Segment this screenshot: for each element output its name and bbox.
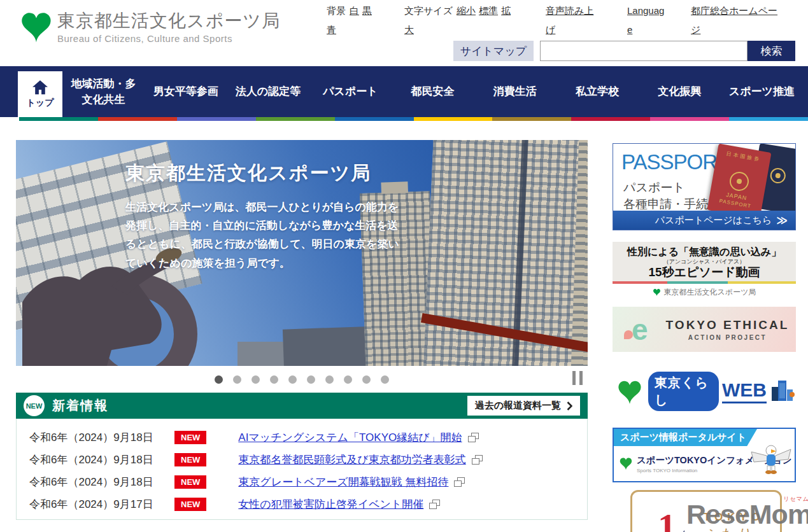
font-size-switcher: 文字サイズ縮小標準拡大 xyxy=(404,1,514,39)
global-nav: トップ 地域活動・多文化共生 男女平等参画 法人の認定等 パスポート 都民安全 … xyxy=(0,66,808,117)
passport-heading: PASSPORT xyxy=(621,150,729,174)
passport-banner[interactable]: PASSPORT パスポート 各種申請・手続き 日本国旅券 JAPAN PASS… xyxy=(613,143,796,230)
carousel-dot[interactable] xyxy=(362,375,371,384)
nav-color-stripe xyxy=(19,117,808,121)
nav-item-chiiki[interactable]: 地域活動・多文化共生 xyxy=(62,66,145,117)
external-link-icon xyxy=(454,477,465,487)
nav-home-label: トップ xyxy=(27,97,54,109)
news-title: 新着情報 xyxy=(52,397,108,414)
news-date: 令和6年（2024）9月18日 xyxy=(29,475,174,489)
nav-item-sports[interactable]: スポーツ推進 xyxy=(721,66,803,117)
nav-item-shohi[interactable]: 消費生活 xyxy=(474,66,556,117)
chrysanthemum-crest-icon xyxy=(728,171,751,193)
news-link[interactable]: 東京グレートベアーズ開幕戦観戦 無料招待 xyxy=(238,475,465,489)
external-link-icon xyxy=(472,455,483,465)
search-input[interactable] xyxy=(540,41,748,61)
hero-description: 生活文化スポーツ局は、都民一人ひとりが自らの能力を発揮し、自主的・自立的に活動し… xyxy=(125,198,406,272)
ethical-e-logo: e xyxy=(632,315,648,344)
nav-item-danjo[interactable]: 男女平等参画 xyxy=(145,66,227,117)
chevron-right-icon xyxy=(567,402,572,410)
bg-black-link[interactable]: 黒 xyxy=(362,5,372,16)
sports-portal-header: スポーツ情報ポータルサイト xyxy=(614,429,757,446)
page: 東京都生活文化スポーツ局 Bureau of Citizens, Culture… xyxy=(0,0,808,532)
search-button[interactable]: 検索 xyxy=(748,41,795,61)
bg-label: 背景 xyxy=(327,5,346,16)
tokyo-ethical-banner[interactable]: e TOKYO ETHICAL ACTION PROJECT xyxy=(613,307,796,352)
site-logo[interactable]: 東京都生活文化スポーツ局 Bureau of Citizens, Culture… xyxy=(19,5,280,45)
news-link[interactable]: AIマッチングシステム「TOKYO縁結び」開始 xyxy=(238,430,478,445)
hero-text: 東京都生活文化スポーツ局 生活文化スポーツ局は、都民一人ひとりが自らの能力を発揮… xyxy=(125,160,406,272)
carousel-dot[interactable] xyxy=(325,375,334,384)
news-date: 令和6年（2024）9月18日 xyxy=(29,452,174,467)
carousel-dot[interactable] xyxy=(307,375,315,384)
double-arrow-icon: ≫ xyxy=(776,214,788,227)
pause-button[interactable] xyxy=(572,371,585,385)
seagull-mascot-icon xyxy=(750,443,792,479)
unconscious-bias-banner[interactable]: 性別による「無意識の思い込み」 （アンコンシャス・バイアス） 15秒エピソード動… xyxy=(613,242,796,298)
nav-item-bunka[interactable]: 文化振興 xyxy=(639,66,721,117)
tokyo-ginkgo-icon xyxy=(653,288,661,297)
site-subtitle: Bureau of Citizens, Culture and Sports xyxy=(57,33,280,44)
chrysanthemum-crest-icon xyxy=(769,167,786,184)
news-row: 令和6年（2024）9月18日 NEW AIマッチングシステム「TOKYO縁結び… xyxy=(17,426,587,449)
news-archive-button[interactable]: 過去の報道資料一覧 xyxy=(467,396,580,416)
tokyo-ginkgo-icon xyxy=(19,8,53,45)
news-link[interactable]: 女性の犯罪被害防止啓発イベント開催 xyxy=(238,497,440,512)
carousel-dot[interactable] xyxy=(288,375,297,384)
tokyo-kurashi-web-banner[interactable]: 東京くらし WEB xyxy=(613,372,796,410)
sitemap-button[interactable]: サイトマップ xyxy=(453,41,534,61)
carousel-dot[interactable] xyxy=(252,375,260,384)
nav-item-shiritsu[interactable]: 私立学校 xyxy=(556,66,638,117)
header-toolbar: サイトマップ 検索 xyxy=(453,41,795,61)
carousel-dot[interactable] xyxy=(215,375,223,384)
site-header: 東京都生活文化スポーツ局 Bureau of Citizens, Culture… xyxy=(0,0,808,66)
news-row: 令和6年（2024）9月18日 NEW 東京都名誉都民顕彰式及び東京都功労者表彰… xyxy=(17,449,587,471)
news-list: 令和6年（2024）9月18日 NEW AIマッチングシステム「TOKYO縁結び… xyxy=(16,419,588,520)
nav-item-passport[interactable]: パスポート xyxy=(309,66,392,117)
tocho-home-link[interactable]: 都庁総合ホームページ xyxy=(691,5,777,35)
carousel-dot[interactable] xyxy=(270,375,278,384)
news-new-badge: NEW xyxy=(174,498,206,511)
speech-reader: 音声読み上げ xyxy=(546,1,597,39)
carousel-dot[interactable] xyxy=(381,375,389,384)
font-size-label: 文字サイズ xyxy=(404,5,453,16)
news-date: 令和6年（2024）9月18日 xyxy=(29,430,174,445)
kurashi-web-label: WEB xyxy=(722,379,767,403)
language-link[interactable]: Language xyxy=(627,5,664,35)
font-small-link[interactable]: 縮小 xyxy=(457,5,476,16)
external-link-icon xyxy=(429,500,440,509)
nav-items: 地域活動・多文化共生 男女平等参画 法人の認定等 パスポート 都民安全 消費生活… xyxy=(62,66,803,117)
tocho-home: 都庁総合ホームページ xyxy=(691,1,781,39)
nav-item-hojin[interactable]: 法人の認定等 xyxy=(227,66,309,117)
font-standard-link[interactable]: 標準 xyxy=(479,5,498,16)
carousel-dot[interactable] xyxy=(233,375,241,384)
hero-carousel[interactable]: 東京都生活文化スポーツ局 生活文化スポーツ局は、都民一人ひとりが自らの能力を発揮… xyxy=(16,140,588,366)
site-title: 東京都生活文化スポーツ局 xyxy=(57,10,280,32)
speech-reader-link[interactable]: 音声読み上げ xyxy=(546,5,593,35)
news-section: NEW 新着情報 過去の報道資料一覧 令和6年（2024）9月18日 NEW A… xyxy=(16,393,588,520)
carousel-dots xyxy=(16,366,588,393)
carousel-pager xyxy=(16,366,588,393)
building-low xyxy=(237,342,288,366)
tricolor-stripe xyxy=(613,281,796,284)
tokyo-ginkgo-icon xyxy=(619,456,633,471)
sports-portal-banner[interactable]: スポーツ情報ポータルサイト スポーツTOKYOインフォメーション Sports … xyxy=(613,428,796,482)
city-buildings-icon xyxy=(770,379,796,403)
tokyo-ginkgo-icon xyxy=(616,377,643,406)
news-link[interactable]: 東京都名誉都民顕彰式及び東京都功労者表彰式 xyxy=(238,452,482,467)
futari-one-logo: 1 xyxy=(658,508,676,532)
news-row: 令和6年（2024）9月18日 NEW 東京グレートベアーズ開幕戦観戦 無料招待 xyxy=(17,471,587,493)
nav-item-tomin-anzen[interactable]: 都民安全 xyxy=(392,66,474,117)
nav-home-tab[interactable]: トップ xyxy=(18,71,62,117)
carousel-dot[interactable] xyxy=(344,375,352,384)
bg-white-link[interactable]: 白 xyxy=(350,5,359,16)
passport-cta: パスポートページはこちら≫ xyxy=(613,211,795,230)
hero-title: 東京都生活文化スポーツ局 xyxy=(125,160,406,186)
bureau-logo-small: 東京都生活文化スポーツ局 xyxy=(613,287,796,298)
bg-color-switcher: 背景白黒青 xyxy=(327,1,383,39)
new-badge-icon: NEW xyxy=(24,395,45,416)
news-row: 令和6年（2024）9月17日 NEW 女性の犯罪被害防止啓発イベント開催 xyxy=(17,493,587,515)
news-new-badge: NEW xyxy=(174,453,206,466)
external-link-icon xyxy=(468,433,479,442)
bg-blue-link[interactable]: 青 xyxy=(327,24,336,35)
